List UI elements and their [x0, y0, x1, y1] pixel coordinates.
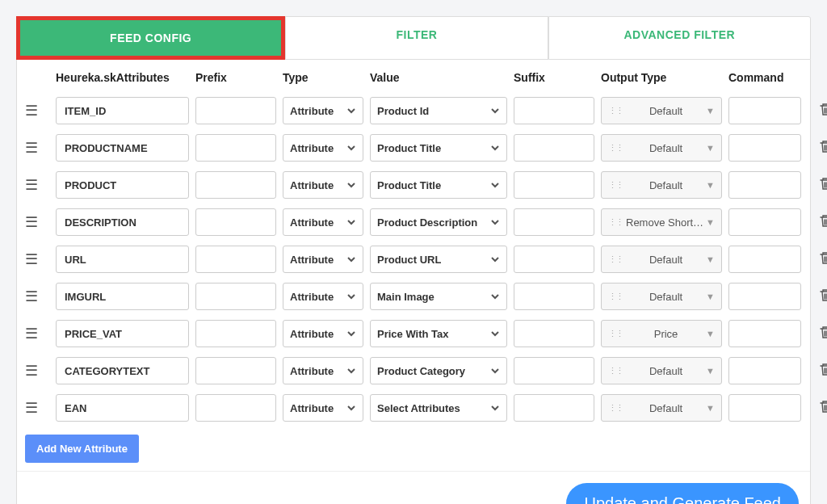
drag-handle-icon[interactable]: ☰	[25, 326, 49, 341]
type-select[interactable]: Attribute	[283, 357, 363, 384]
suffix-input[interactable]	[514, 171, 594, 199]
type-select[interactable]: Attribute	[283, 171, 363, 199]
value-select[interactable]: Price With Tax	[370, 320, 507, 347]
output-type-select[interactable]: ⋮⋮Default▼	[601, 134, 722, 162]
drag-handle-icon[interactable]: ☰	[25, 215, 49, 229]
value-select[interactable]: Product URL	[370, 246, 507, 273]
output-type-select[interactable]: ⋮⋮Default▼	[601, 246, 722, 273]
attribute-input[interactable]	[56, 246, 189, 273]
value-select[interactable]: Product Id	[370, 97, 507, 124]
prefix-input[interactable]	[195, 171, 276, 199]
attribute-input[interactable]	[56, 357, 189, 384]
suffix-input[interactable]	[514, 320, 594, 347]
add-new-attribute-button[interactable]: Add New Attribute	[25, 435, 139, 463]
drag-handle-icon[interactable]: ☰	[25, 289, 49, 304]
prefix-input[interactable]	[195, 246, 276, 273]
command-input[interactable]	[728, 171, 801, 199]
output-type-select[interactable]: ⋮⋮Default▼	[601, 171, 722, 199]
attribute-input[interactable]	[56, 283, 189, 310]
type-select[interactable]: Attribute	[283, 394, 363, 422]
delete-row-button[interactable]	[808, 140, 827, 156]
chevron-down-icon	[346, 217, 356, 227]
value-select[interactable]: Product Title	[370, 134, 507, 162]
type-select[interactable]: Attribute	[283, 320, 363, 347]
drag-handle-icon[interactable]: ☰	[25, 141, 49, 155]
trash-icon	[819, 140, 827, 153]
tab-advanced-filter[interactable]: ADVANCED FILTER	[548, 16, 811, 60]
attribute-input[interactable]	[56, 208, 189, 236]
type-select[interactable]: Attribute	[283, 134, 363, 162]
command-input[interactable]	[728, 357, 801, 384]
drag-handle-icon[interactable]: ☰	[25, 103, 49, 118]
command-input[interactable]	[728, 134, 801, 162]
tab-feed-config[interactable]: FEED CONFIG	[16, 16, 285, 60]
prefix-input[interactable]	[195, 97, 276, 124]
drag-handle-icon[interactable]: ☰	[25, 178, 49, 192]
chevron-down-icon	[346, 403, 356, 413]
drag-handle-icon[interactable]: ☰	[25, 363, 49, 378]
delete-row-button[interactable]	[808, 251, 827, 267]
value-select[interactable]: Product Description	[370, 208, 507, 236]
trash-icon	[819, 288, 827, 301]
command-input[interactable]	[728, 246, 801, 273]
suffix-input[interactable]	[514, 134, 594, 162]
prefix-input[interactable]	[195, 208, 276, 236]
delete-row-button[interactable]	[808, 177, 827, 193]
drag-handle-icon[interactable]: ☰	[25, 401, 49, 415]
suffix-input[interactable]	[514, 394, 594, 422]
output-type-select[interactable]: ⋮⋮Default▼	[601, 97, 722, 124]
command-input[interactable]	[728, 208, 801, 236]
delete-row-button[interactable]	[808, 103, 827, 119]
attribute-input[interactable]	[56, 134, 189, 162]
output-type-select[interactable]: ⋮⋮Default▼	[601, 394, 722, 422]
chevron-down-icon	[346, 254, 356, 264]
attribute-input[interactable]	[56, 171, 189, 199]
command-input[interactable]	[728, 283, 801, 310]
prefix-input[interactable]	[195, 357, 276, 384]
prefix-input[interactable]	[195, 320, 276, 347]
delete-row-button[interactable]	[808, 214, 827, 230]
output-type-select[interactable]: ⋮⋮Remove ShortC...▼	[601, 208, 722, 236]
attribute-input[interactable]	[56, 394, 189, 422]
suffix-input[interactable]	[514, 246, 594, 273]
output-type-select[interactable]: ⋮⋮Default▼	[601, 357, 722, 384]
table-row: ☰AttributeSelect Attributes⋮⋮Default▼	[17, 389, 810, 426]
col-value: Value	[370, 71, 507, 84]
output-type-select[interactable]: ⋮⋮Default▼	[601, 283, 722, 310]
chevron-down-icon	[490, 180, 500, 190]
attribute-input[interactable]	[56, 97, 189, 124]
attribute-input[interactable]	[56, 320, 189, 347]
prefix-input[interactable]	[195, 283, 276, 310]
type-select[interactable]: Attribute	[283, 208, 363, 236]
command-input[interactable]	[728, 97, 801, 124]
suffix-input[interactable]	[514, 357, 594, 384]
tab-filter[interactable]: FILTER	[285, 16, 548, 60]
command-input[interactable]	[728, 320, 801, 347]
output-type-select[interactable]: ⋮⋮Price▼	[601, 320, 722, 347]
chevron-down-icon	[490, 217, 500, 227]
chevron-down-icon	[490, 254, 500, 264]
delete-row-button[interactable]	[808, 288, 827, 304]
type-select[interactable]: Attribute	[283, 246, 363, 273]
delete-row-button[interactable]	[808, 363, 827, 379]
suffix-input[interactable]	[514, 208, 594, 236]
update-generate-feed-button[interactable]: Update and Generate Feed	[566, 483, 799, 504]
col-output-type: Output Type	[601, 71, 722, 84]
delete-row-button[interactable]	[808, 400, 827, 416]
type-select[interactable]: Attribute	[283, 283, 363, 310]
suffix-input[interactable]	[514, 283, 594, 310]
command-input[interactable]	[728, 394, 801, 422]
suffix-input[interactable]	[514, 97, 594, 124]
value-select[interactable]: Select Attributes	[370, 394, 507, 422]
value-select[interactable]: Product Category	[370, 357, 507, 384]
table-row: ☰AttributeProduct Category⋮⋮Default▼	[17, 352, 810, 389]
value-select[interactable]: Product Title	[370, 171, 507, 199]
prefix-input[interactable]	[195, 394, 276, 422]
delete-row-button[interactable]	[808, 326, 827, 342]
type-select[interactable]: Attribute	[283, 97, 363, 124]
value-select[interactable]: Main Image	[370, 283, 507, 310]
prefix-input[interactable]	[195, 134, 276, 162]
table-row: ☰AttributeProduct Id⋮⋮Default▼	[17, 92, 810, 129]
col-attributes: Heureka.skAttributes	[56, 71, 189, 84]
drag-handle-icon[interactable]: ☰	[25, 252, 49, 267]
